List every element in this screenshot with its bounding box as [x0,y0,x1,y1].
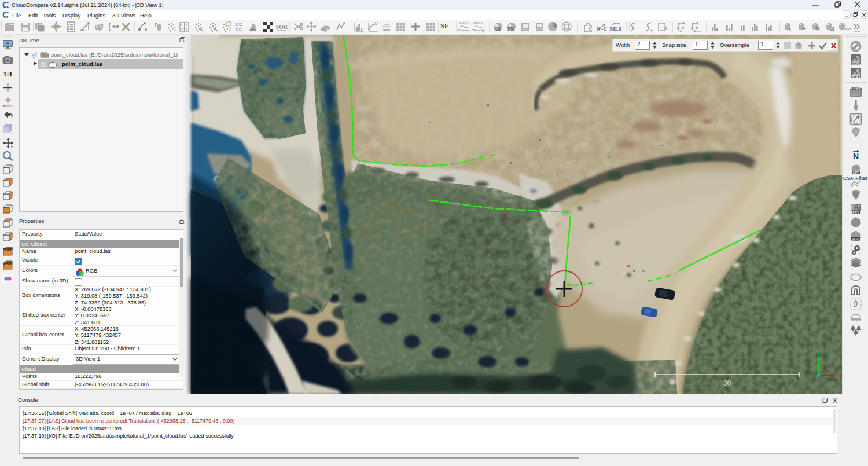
svg-text:Y: Y [816,349,820,355]
svg-text:FM: FM [507,27,515,32]
svg-text:N+C: N+C [597,26,607,32]
svg-text:RGB: RGB [852,237,859,241]
svg-text:Classify: Classify [471,28,485,32]
svg-text:CANUPO: CANUPO [458,21,468,24]
svg-text:>>>: >>> [844,27,851,31]
svg-text:CC: CC [236,27,243,32]
svg-text:auto: auto [3,103,13,108]
svg-text:Kd: Kd [494,27,501,32]
svg-text:FRONT: FRONT [3,248,13,251]
svg-text:SOR: SOR [276,24,288,30]
svg-text:STAT: STAT [851,75,860,79]
svg-text:PCV: PCV [852,211,859,214]
svg-text:BACK: BACK [3,262,12,265]
svg-text:i: i [817,27,818,31]
svg-text:N: N [853,152,859,161]
svg-text:max: max [383,28,391,31]
svg-text:M3C2: M3C2 [851,177,861,181]
svg-text:1:1: 1:1 [3,70,13,78]
svg-text:comp: comp [695,30,701,33]
svg-text:HPR: HPR [853,171,860,174]
svg-text:Create: Create [458,28,469,32]
svg-text:SF: SF [440,22,448,30]
svg-text:CSV: CSV [536,27,543,31]
svg-text:2,0: 2,0 [374,21,378,25]
svg-text:X: X [834,373,837,379]
svg-text:min: min [384,23,390,26]
svg-text:30: 30 [723,379,731,387]
svg-text:MLS: MLS [610,26,621,32]
svg-text:CANUPO: CANUPO [473,21,483,24]
svg-text:COL: COL [852,61,860,65]
